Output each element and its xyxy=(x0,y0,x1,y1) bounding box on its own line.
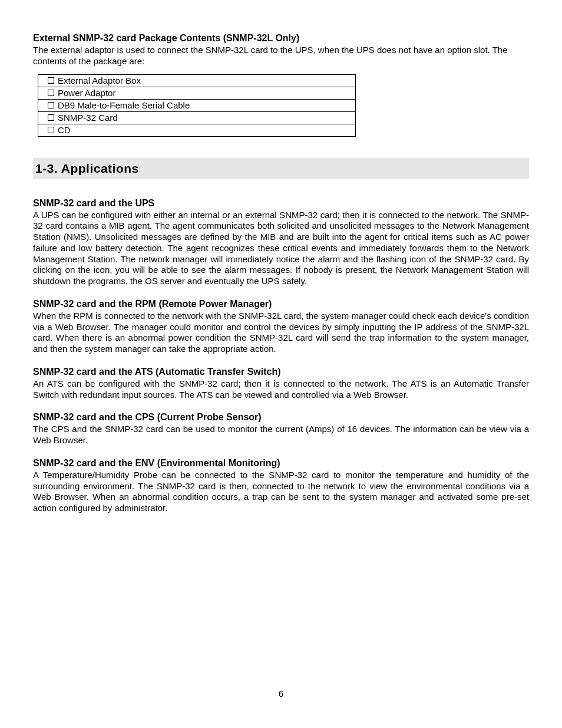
table-row: DB9 Male-to-Female Serial Cable xyxy=(38,99,356,111)
table-row: CD xyxy=(38,124,356,136)
table-row: External Adaptor Box xyxy=(38,74,356,87)
subsection-title: SNMP-32 card and the RPM (Remote Power M… xyxy=(33,299,529,309)
checkbox-icon xyxy=(48,114,54,121)
package-item-label: CD xyxy=(58,125,71,135)
subsection-body: The CPS and the SNMP-32 card can be used… xyxy=(33,424,529,446)
subsection-ats: SNMP-32 card and the ATS (Automatic Tran… xyxy=(33,367,529,401)
subsection-body: A Temperature/Humidity Probe can be conn… xyxy=(33,470,529,514)
package-item-label: SNMP-32 Card xyxy=(58,113,118,123)
checkbox-icon xyxy=(48,90,54,96)
document-page: External SNMP-32 card Package Contents (… xyxy=(0,0,562,728)
table-row: SNMP-32 Card xyxy=(38,111,356,124)
subsection-title: SNMP-32 card and the ENV (Environmental … xyxy=(33,458,529,469)
subsection-env: SNMP-32 card and the ENV (Environmental … xyxy=(33,458,529,514)
section-heading-applications: 1-3. Applications xyxy=(33,158,529,179)
subsection-title: SNMP-32 card and the UPS xyxy=(33,198,529,209)
checkbox-icon xyxy=(48,102,54,108)
package-item-label: DB9 Male-to-Female Serial Cable xyxy=(58,100,190,110)
subsection-rpm: SNMP-32 card and the RPM (Remote Power M… xyxy=(33,299,529,355)
subsection-body: A UPS can be configured with either an i… xyxy=(33,210,529,287)
subsection-title: SNMP-32 card and the CPS (Current Probe … xyxy=(33,412,529,423)
package-item-label: Power Adaptor xyxy=(58,88,115,98)
page-number: 6 xyxy=(0,689,562,699)
table-row: Power Adaptor xyxy=(38,87,356,99)
subsection-body: An ATS can be configured with the SNMP-3… xyxy=(33,378,529,401)
checkbox-icon xyxy=(48,77,54,84)
package-heading: External SNMP-32 card Package Contents (… xyxy=(33,33,529,44)
subsection-body: When the RPM is connected to the network… xyxy=(33,311,529,355)
subsection-ups: SNMP-32 card and the UPS A UPS can be co… xyxy=(33,198,529,287)
package-item-label: External Adaptor Box xyxy=(58,75,141,85)
package-contents-table: External Adaptor Box Power Adaptor DB9 M… xyxy=(38,74,356,137)
checkbox-icon xyxy=(48,127,54,133)
subsection-cps: SNMP-32 card and the CPS (Current Probe … xyxy=(33,412,529,446)
package-intro: The external adaptor is used to connect … xyxy=(33,45,529,67)
subsection-title: SNMP-32 card and the ATS (Automatic Tran… xyxy=(33,367,529,377)
